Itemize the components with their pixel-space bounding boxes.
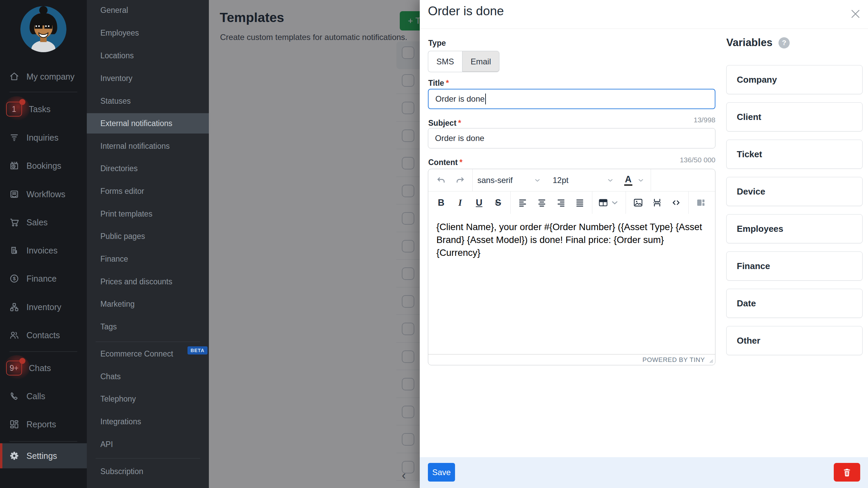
variable-card-client[interactable]: Client: [726, 102, 863, 131]
variable-card-ticket[interactable]: Ticket: [726, 140, 863, 169]
settings-nav-inventory[interactable]: Inventory: [87, 68, 209, 88]
sidebar-item-bookings[interactable]: Bookings: [0, 156, 87, 176]
divider: [472, 169, 473, 191]
insert-image-button[interactable]: [629, 194, 648, 211]
align-right-icon: [555, 197, 566, 208]
funnel-icon: [9, 132, 20, 143]
sidebar-item-workflows[interactable]: Workflows: [0, 184, 87, 204]
editor-toolbar-row2: B I U S: [428, 191, 715, 214]
type-option-email[interactable]: Email: [462, 51, 499, 72]
resize-handle[interactable]: [708, 358, 714, 364]
font-family-select[interactable]: sans-serif: [475, 171, 543, 189]
align-center-button[interactable]: [532, 194, 551, 211]
type-option-sms[interactable]: SMS: [428, 51, 462, 72]
settings-nav-locations[interactable]: Locations: [87, 45, 209, 66]
variable-card-employees[interactable]: Employees: [726, 214, 863, 243]
sidebar-item-finance[interactable]: $ Finance: [0, 268, 87, 289]
settings-nav-integrations[interactable]: Integrations: [87, 411, 209, 432]
content-label: Content*: [428, 158, 462, 167]
required-asterisk: *: [458, 119, 461, 127]
settings-nav-forms-editor[interactable]: Forms editor: [87, 181, 209, 201]
align-left-button[interactable]: [513, 194, 532, 211]
divider: [510, 191, 511, 214]
delete-button[interactable]: [834, 463, 860, 482]
divider: [420, 28, 868, 29]
align-center-icon: [536, 197, 547, 208]
settings-nav-employees[interactable]: Employees: [87, 23, 209, 43]
editor-content-area[interactable]: {Client Name}, your order #{Order Number…: [428, 214, 715, 354]
sidebar-item-calls[interactable]: Calls: [0, 386, 87, 406]
sidebar-item-contacts[interactable]: Contacts: [0, 325, 87, 345]
variable-card-date[interactable]: Date: [726, 289, 863, 318]
settings-nav-telephony[interactable]: Telephony: [87, 389, 209, 409]
sidebar-item-my-company[interactable]: My company: [0, 66, 87, 87]
settings-nav-subscription[interactable]: Subscription: [87, 461, 209, 482]
justify-icon: [574, 197, 585, 208]
close-button[interactable]: [848, 6, 863, 22]
sidebar-item-label: Tasks: [29, 104, 51, 114]
save-button[interactable]: Save: [428, 463, 455, 482]
settings-nav-api[interactable]: API: [87, 434, 209, 454]
sidebar-item-label: Settings: [26, 451, 57, 461]
modal-backdrop[interactable]: [209, 0, 420, 488]
settings-nav-public-pages[interactable]: Public pages: [87, 226, 209, 246]
modal-footer: Save: [420, 457, 868, 488]
redo-button[interactable]: [451, 171, 470, 189]
justify-button[interactable]: [570, 194, 589, 211]
italic-button[interactable]: I: [451, 194, 470, 211]
sidebar-item-settings[interactable]: Settings: [0, 443, 87, 468]
page-break-button[interactable]: [648, 194, 667, 211]
source-code-button[interactable]: [667, 194, 686, 211]
settings-nav-print-templates[interactable]: Print templates: [87, 204, 209, 224]
variable-card-finance[interactable]: Finance: [726, 251, 863, 281]
settings-nav-ecommerce-connect[interactable]: Ecommerce Connect BETA: [87, 344, 209, 364]
settings-nav-general[interactable]: General: [87, 0, 209, 20]
sidebar-item-invoices[interactable]: Invoices: [0, 240, 87, 261]
app-sidebar: My company 1 Tasks Inquiries Bookings Wo…: [0, 0, 87, 488]
home-icon: [9, 71, 20, 82]
phone-icon: [9, 391, 20, 402]
settings-nav-internal-notifications[interactable]: Internal notifications: [87, 136, 209, 156]
settings-nav-chats[interactable]: Chats: [87, 366, 209, 387]
chevron-down-icon: [534, 177, 541, 184]
underline-button[interactable]: U: [470, 194, 489, 211]
sidebar-item-tasks[interactable]: 1 Tasks: [0, 99, 87, 119]
help-icon[interactable]: ?: [778, 37, 790, 48]
settings-nav-directories[interactable]: Directories: [87, 158, 209, 179]
variable-card-device[interactable]: Device: [726, 177, 863, 206]
sidebar-item-chats[interactable]: 9+ Chats: [0, 358, 87, 378]
sitemap-icon: [9, 302, 20, 312]
variable-card-other[interactable]: Other: [726, 326, 863, 355]
align-right-button[interactable]: [551, 194, 570, 211]
strikethrough-button[interactable]: S: [489, 194, 508, 211]
settings-nav-prices-discounts[interactable]: Prices and discounts: [87, 271, 209, 292]
settings-nav-tags[interactable]: Tags: [87, 317, 209, 337]
avatar[interactable]: [20, 6, 66, 52]
title-input[interactable]: Order is done: [428, 89, 715, 109]
trash-icon: [842, 467, 852, 477]
table-button[interactable]: [595, 194, 623, 211]
text-color-button[interactable]: A: [616, 171, 648, 189]
layout-button[interactable]: [691, 194, 710, 211]
sidebar-item-label: Inventory: [26, 302, 61, 312]
receipt-icon: [9, 245, 20, 256]
settings-nav-finance[interactable]: Finance: [87, 249, 209, 269]
variable-card-company[interactable]: Company: [726, 65, 863, 94]
settings-nav-external-notifications[interactable]: External notifications: [87, 113, 209, 134]
sidebar-item-inquiries[interactable]: Inquiries: [0, 127, 87, 148]
subject-label: Subject*: [428, 119, 461, 128]
layout-icon: [695, 197, 706, 208]
settings-nav-marketing[interactable]: Marketing: [87, 294, 209, 314]
content-counter: 136/50 000: [428, 156, 715, 164]
settings-nav-statuses[interactable]: Statuses: [87, 91, 209, 111]
workflows-icon: [9, 189, 20, 200]
sidebar-item-label: Reports: [26, 420, 56, 429]
people-icon: [9, 330, 20, 341]
subject-input[interactable]: Order is done: [428, 128, 715, 148]
sidebar-item-reports[interactable]: Reports: [0, 414, 87, 434]
undo-button[interactable]: [432, 171, 451, 189]
font-size-select[interactable]: 12pt: [543, 171, 616, 189]
sidebar-item-inventory[interactable]: Inventory: [0, 297, 87, 317]
bold-button[interactable]: B: [432, 194, 451, 211]
sidebar-item-sales[interactable]: Sales: [0, 212, 87, 232]
